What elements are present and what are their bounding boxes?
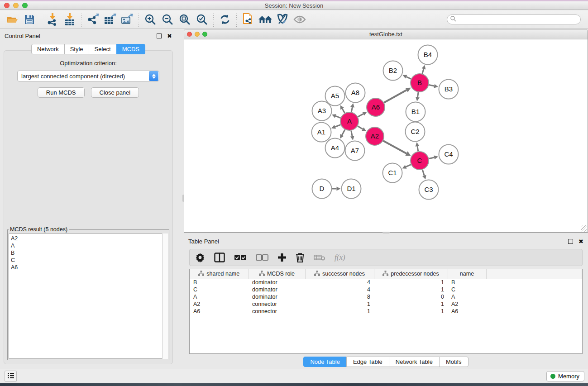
tab-mcds[interactable]: MCDS xyxy=(116,44,145,54)
table-row[interactable]: Bdominator41B xyxy=(190,279,582,286)
table-cell[interactable]: 8 xyxy=(305,293,374,300)
import-table-icon[interactable] xyxy=(61,12,78,27)
export-network-icon[interactable] xyxy=(84,12,101,27)
add-column-icon[interactable] xyxy=(277,253,287,262)
table-cell[interactable]: 0 xyxy=(374,293,448,300)
table-cell[interactable]: C xyxy=(190,286,249,293)
edge-C-C1[interactable] xyxy=(406,165,411,167)
table-cell[interactable]: connector xyxy=(249,300,305,308)
vertical-scrollbar-thumb[interactable] xyxy=(182,195,184,202)
table-row[interactable]: Adominator80A xyxy=(190,293,582,300)
result-item[interactable]: A6 xyxy=(11,264,167,271)
export-image-icon[interactable] xyxy=(119,12,136,27)
edge-A6-B[interactable] xyxy=(384,90,406,103)
search-field[interactable] xyxy=(447,14,581,24)
edge-B-B2[interactable] xyxy=(406,77,411,79)
table-cell[interactable]: dominator xyxy=(249,279,305,286)
table-cell[interactable]: 1 xyxy=(374,308,448,315)
edge-C-C4[interactable] xyxy=(429,157,435,159)
tab-edge-table[interactable]: Edge Table xyxy=(346,357,389,367)
table-cell[interactable]: A xyxy=(448,293,486,300)
show-columns-icon[interactable] xyxy=(214,253,225,262)
table-cell[interactable]: A2 xyxy=(190,300,249,308)
close-panel-button[interactable]: Close panel xyxy=(91,87,139,98)
edge-A-A6[interactable] xyxy=(358,114,363,117)
home-icon[interactable] xyxy=(257,12,274,27)
edge-A-A4[interactable] xyxy=(342,129,344,135)
function-builder-icon[interactable]: f(x) xyxy=(335,253,345,262)
table-cell[interactable]: C xyxy=(448,286,486,293)
edge-B-B1[interactable] xyxy=(418,92,419,97)
table-cell[interactable]: A xyxy=(190,293,249,300)
result-item[interactable]: A xyxy=(11,242,167,249)
table-row[interactable]: Cdominator41C xyxy=(190,286,582,293)
tab-motifs[interactable]: Motifs xyxy=(439,357,468,367)
result-item[interactable]: C xyxy=(11,257,167,264)
delete-table-icon[interactable] xyxy=(314,254,325,261)
delete-column-icon[interactable] xyxy=(296,253,305,262)
table-cell[interactable]: connector xyxy=(249,308,305,315)
network-graph[interactable]: AA1A2A3A4A5A6A7A8BB1B2B3B4CC1C2C3C4DD1 xyxy=(184,39,588,232)
horizontal-scrollbar-thumb[interactable] xyxy=(382,232,390,234)
edge-A-A3[interactable] xyxy=(335,116,340,118)
tab-select[interactable]: Select xyxy=(89,44,117,54)
close-table-panel-icon[interactable]: ✖ xyxy=(578,238,583,245)
tab-style[interactable]: Style xyxy=(64,44,89,54)
table-cell[interactable]: A6 xyxy=(448,308,486,315)
table-row[interactable]: A6connector11A6 xyxy=(190,308,582,315)
select-all-rows-icon[interactable] xyxy=(234,254,247,261)
result-item[interactable]: A2 xyxy=(11,235,167,242)
edge-A-A2[interactable] xyxy=(358,126,363,129)
table-cell[interactable]: A2 xyxy=(448,300,486,308)
column-header-predecessor-nodes[interactable]: predecessor nodes xyxy=(374,269,448,279)
edge-A-A8[interactable] xyxy=(351,107,352,112)
float-table-panel-icon[interactable] xyxy=(568,239,573,244)
column-header-MCDS-role[interactable]: MCDS role xyxy=(249,269,305,279)
edge-C-C3[interactable] xyxy=(422,170,424,176)
export-table-icon[interactable] xyxy=(101,12,119,27)
table-row[interactable]: A2connector11A2 xyxy=(190,300,582,308)
table-cell[interactable]: B xyxy=(448,279,486,286)
open-file-icon[interactable] xyxy=(4,12,21,27)
table-cell[interactable]: 1 xyxy=(374,300,448,308)
tab-network[interactable]: Network xyxy=(31,44,65,54)
deselect-all-rows-icon[interactable] xyxy=(256,254,268,261)
edge-B-B3[interactable] xyxy=(429,85,435,86)
zoom-out-icon[interactable] xyxy=(159,12,176,27)
import-network-icon[interactable] xyxy=(44,12,61,27)
run-mcds-button[interactable]: Run MCDS xyxy=(38,87,85,98)
hide-eye-icon[interactable] xyxy=(291,12,308,27)
column-header-name[interactable]: name xyxy=(448,269,486,279)
edge-A-A5[interactable] xyxy=(342,109,344,113)
table-settings-icon[interactable] xyxy=(195,253,205,262)
column-header-successor-nodes[interactable]: successor nodes xyxy=(305,269,374,279)
criterion-select[interactable]: largest connected component (directed) xyxy=(17,71,159,81)
table-cell[interactable]: dominator xyxy=(249,286,305,293)
float-panel-icon[interactable] xyxy=(157,33,162,38)
network-window-titlebar[interactable]: testGlobe.txt xyxy=(184,29,588,39)
zoom-fit-icon[interactable] xyxy=(176,12,193,27)
table-cell[interactable]: A6 xyxy=(190,308,249,315)
result-item[interactable]: B xyxy=(11,249,167,257)
close-panel-icon[interactable]: ✖ xyxy=(167,33,172,39)
table-cell[interactable]: 4 xyxy=(305,286,374,293)
tab-node-table[interactable]: Node Table xyxy=(303,357,347,367)
edge-A-A1[interactable] xyxy=(335,125,340,127)
zoom-selected-icon[interactable] xyxy=(193,12,210,27)
table-cell[interactable]: B xyxy=(190,279,249,286)
table-cell[interactable]: 1 xyxy=(305,300,374,308)
edge-A-A7[interactable] xyxy=(351,131,352,136)
mcds-result-list[interactable]: A2ABCA6 xyxy=(9,234,168,359)
table-cell[interactable]: 4 xyxy=(305,279,374,286)
edge-C-C2[interactable] xyxy=(417,146,418,151)
search-input[interactable] xyxy=(456,16,580,23)
table-cell[interactable]: 1 xyxy=(374,286,448,293)
edge-A2-C[interactable] xyxy=(383,141,406,153)
table-cell[interactable]: dominator xyxy=(249,293,305,300)
node-table[interactable]: shared nameMCDS rolesuccessor nodesprede… xyxy=(189,269,583,354)
memory-button[interactable]: Memory xyxy=(546,371,584,381)
network-canvas[interactable]: AA1A2A3A4A5A6A7A8BB1B2B3B4CC1C2C3C4DD1 xyxy=(184,39,588,232)
tab-network-table[interactable]: Network Table xyxy=(389,357,440,367)
column-header-shared-name[interactable]: shared name xyxy=(190,269,249,279)
save-session-icon[interactable] xyxy=(21,12,38,27)
